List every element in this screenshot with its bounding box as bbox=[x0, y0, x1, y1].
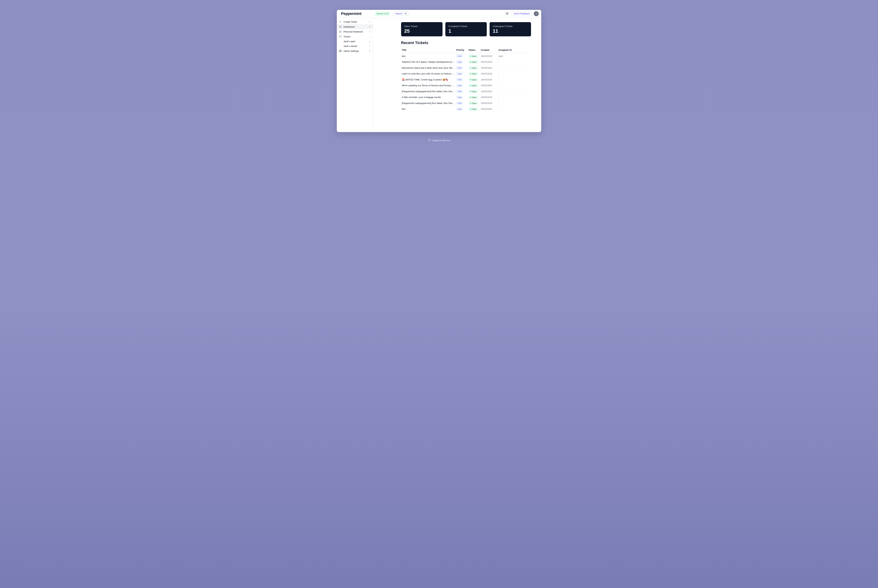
app-window: Peppermint Version 0.4.5 Search K Send F… bbox=[337, 10, 541, 132]
card-label: Unassigned Tickets bbox=[493, 25, 528, 28]
ticket-priority: Low bbox=[455, 59, 468, 65]
ticket-title: 🚨LIMITED TIME: Creme Egg Cookies! 🍪🍫 bbox=[401, 77, 455, 83]
ticket-priority: Low bbox=[455, 94, 468, 100]
ticket-priority: Low bbox=[455, 71, 468, 77]
sidebar-subitem-closed[interactable]: Jack's closed f bbox=[337, 44, 373, 48]
status-badge: Open bbox=[469, 60, 478, 64]
sidebar-item-create-ticket[interactable]: Create Ticket c bbox=[337, 20, 373, 24]
send-feedback-button[interactable]: Send Feedback bbox=[511, 11, 532, 16]
status-dot-icon bbox=[470, 74, 471, 74]
brand-title: Peppermint bbox=[341, 11, 373, 16]
ticket-created: 24/03/2024 bbox=[480, 94, 497, 100]
sidebar-item-admin-settings[interactable]: Admin Settings a bbox=[337, 48, 373, 53]
status-badge: Open bbox=[469, 102, 478, 105]
gear-icon bbox=[339, 50, 342, 52]
ticket-assigned: Jack bbox=[497, 53, 531, 59]
ticket-priority: Low bbox=[455, 100, 468, 106]
topbar: Peppermint Version 0.4.5 Search K Send F… bbox=[337, 10, 541, 18]
priority-badge: Low bbox=[456, 54, 463, 58]
table-row[interactable]: A little reminder: your mortgage results… bbox=[401, 94, 531, 100]
ticket-priority: Low bbox=[455, 77, 468, 83]
ticket-assigned: - bbox=[497, 94, 531, 100]
body: Create Ticket c Dashboard h Personal Not… bbox=[337, 18, 541, 132]
ticket-created: 25/03/2024 bbox=[480, 77, 497, 83]
ticket-status: Open bbox=[468, 82, 480, 88]
table-row[interactable]: 🚨LIMITED TIME: Creme Egg Cookies! 🍪🍫LowO… bbox=[401, 77, 531, 83]
table-row[interactable]: Moonstone Island and 4 other items from … bbox=[401, 65, 531, 71]
status-dot-icon bbox=[470, 91, 471, 92]
svg-rect-1 bbox=[339, 36, 342, 37]
col-assigned: Assigned To bbox=[497, 47, 531, 53]
arc-icon bbox=[428, 139, 431, 142]
ticket-title: Tailwind CSS v4.0 alpha, Catalyst develo… bbox=[401, 59, 455, 65]
table-row[interactable]: Learn to code like a pro with 20 books o… bbox=[401, 71, 531, 77]
priority-badge: Low bbox=[456, 102, 463, 105]
table-row[interactable]: We're updating our Terms of Service and … bbox=[401, 82, 531, 88]
card-label: Completed Tickets bbox=[448, 25, 484, 28]
table-row[interactable]: [Peppermint-Lab/peppermint] Run failed: … bbox=[401, 100, 531, 106]
priority-badge: Low bbox=[456, 84, 463, 87]
section-title: Recent Tickets bbox=[401, 40, 531, 45]
sidebar-item-label: Admin Settings bbox=[343, 50, 359, 52]
ticket-priority: Low bbox=[455, 106, 468, 112]
ticket-priority: Low bbox=[455, 65, 468, 71]
priority-badge: Low bbox=[456, 72, 463, 75]
ticket-title: test bbox=[401, 106, 455, 112]
sidebar-item-tickets[interactable]: Tickets t bbox=[337, 34, 373, 39]
ticket-assigned: - bbox=[497, 71, 531, 77]
status-badge: Open bbox=[469, 108, 478, 111]
sidebar-item-label: Jack's closed bbox=[343, 45, 357, 47]
ticket-title: [Peppermint-Lab/peppermint] Run failed: … bbox=[401, 88, 455, 94]
card-label: Open Tickets bbox=[404, 25, 439, 28]
ticket-title: [Peppermint-Lab/peppermint] Run failed: … bbox=[401, 100, 455, 106]
ticket-assigned: - bbox=[497, 100, 531, 106]
user-avatar[interactable]: J bbox=[534, 11, 539, 16]
ticket-priority: Low bbox=[455, 88, 468, 94]
status-dot-icon bbox=[470, 62, 471, 63]
table-row[interactable]: testLowOpen24/03/2024- bbox=[401, 106, 531, 112]
sidebar-item-personal-notebook[interactable]: Personal Notebook n bbox=[337, 29, 373, 34]
search-button[interactable]: Search K bbox=[393, 11, 409, 16]
priority-badge: Low bbox=[456, 90, 463, 93]
ticket-created: 25/03/2024 bbox=[480, 59, 497, 65]
sidebar-item-label: Dashboard bbox=[343, 26, 355, 28]
ticket-priority: Low bbox=[455, 82, 468, 88]
status-badge: Open bbox=[469, 96, 478, 99]
sidebar-item-label: Create Ticket bbox=[343, 21, 357, 23]
ticket-assigned: - bbox=[497, 88, 531, 94]
ticket-status: Open bbox=[468, 77, 480, 83]
table-row[interactable]: testLowOpen26/03/2024Jack bbox=[401, 53, 531, 59]
status-badge: Open bbox=[469, 55, 478, 58]
ticket-assigned: - bbox=[497, 65, 531, 71]
status-dot-icon bbox=[470, 97, 471, 98]
col-created: Created bbox=[480, 47, 497, 53]
table-row[interactable]: Tailwind CSS v4.0 alpha, Catalyst develo… bbox=[401, 59, 531, 65]
folder-icon bbox=[339, 30, 342, 33]
version-badge: Version 0.4.5 bbox=[375, 12, 390, 16]
card-value: 11 bbox=[493, 28, 528, 34]
table-header-row: Title Priority Status Created Assigned T… bbox=[401, 47, 531, 53]
status-dot-icon bbox=[470, 103, 471, 104]
sidebar-subitem-open[interactable]: Jack's open o bbox=[337, 39, 373, 44]
table-row[interactable]: [Peppermint-Lab/peppermint] Run failed: … bbox=[401, 88, 531, 94]
sidebar-item-dashboard[interactable]: Dashboard h bbox=[337, 24, 373, 29]
sidebar-item-shortcut: t bbox=[370, 35, 370, 38]
ticket-created: 26/03/2024 bbox=[480, 53, 497, 59]
sidebar-item-shortcut: h bbox=[369, 26, 370, 28]
status-badge: Open bbox=[469, 72, 478, 75]
plus-icon bbox=[339, 20, 342, 23]
sidebar-item-shortcut: a bbox=[369, 50, 370, 52]
inbox-button[interactable] bbox=[505, 11, 510, 16]
search-label: Search bbox=[395, 12, 403, 15]
sidebar-item-shortcut: n bbox=[369, 30, 370, 33]
ticket-status: Open bbox=[468, 53, 480, 59]
tickets-table: Title Priority Status Created Assigned T… bbox=[401, 47, 531, 112]
card-open-tickets[interactable]: Open Tickets 25 bbox=[401, 22, 442, 36]
card-unassigned-tickets[interactable]: Unassigned Tickets 11 bbox=[490, 22, 531, 36]
stat-cards: Open Tickets 25 Completed Tickets 1 Unas… bbox=[401, 22, 531, 36]
ticket-title: Moonstone Island and 4 other items from … bbox=[401, 65, 455, 71]
card-completed-tickets[interactable]: Completed Tickets 1 bbox=[445, 22, 487, 36]
card-value: 1 bbox=[448, 28, 484, 34]
ticket-assigned: - bbox=[497, 59, 531, 65]
ticket-priority: Low bbox=[455, 53, 468, 59]
